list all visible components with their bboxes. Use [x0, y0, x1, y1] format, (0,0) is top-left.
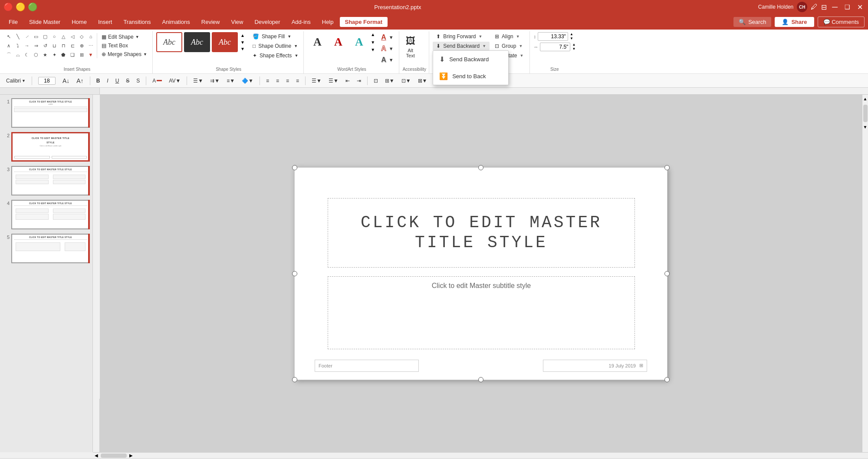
menu-view[interactable]: View	[226, 17, 248, 27]
menu-help[interactable]: Help	[317, 17, 339, 27]
indent-right-button[interactable]: ⇥	[354, 77, 364, 85]
scroll-down-arrow[interactable]: ▼	[861, 123, 868, 131]
shape-t2[interactable]: ⌓	[13, 50, 22, 59]
wordart-a1[interactable]: A	[307, 32, 327, 52]
menu-home[interactable]: Home	[66, 17, 92, 27]
menu-review[interactable]: Review	[196, 17, 225, 27]
minimize-button[interactable]: ─	[830, 3, 839, 12]
rect-tool[interactable]: ▭	[32, 32, 40, 41]
shape-s8[interactable]: ⊏	[68, 41, 77, 50]
ribbon-toggle-icon[interactable]: ⊟	[821, 3, 827, 11]
selection-handle-bm[interactable]	[478, 377, 483, 382]
selection-button[interactable]: ⊞▼	[382, 77, 397, 85]
height-spinner[interactable]: ▲ ▼	[570, 32, 573, 40]
menu-developer[interactable]: Developer	[249, 17, 285, 27]
styles-scroll-down[interactable]: ▼	[240, 39, 246, 46]
search-box[interactable]: 🔍 Search	[733, 17, 771, 27]
styles-scroll-up[interactable]: ▲	[240, 32, 246, 39]
shape-t7[interactable]: ⬟	[59, 50, 68, 59]
selection-handle-mr[interactable]	[664, 271, 670, 276]
shape-fill-button[interactable]: 🪣 Shape Fill ▼	[250, 32, 301, 41]
bring-forward-button[interactable]: ⬆ Bring Forward ▼	[433, 32, 490, 41]
send-to-back-item[interactable]: ⏬ Send to Back	[433, 68, 508, 85]
send-backward-button[interactable]: ⬇ Send Backward ▼ ⬇ Send Backward ⏬ Send	[433, 42, 490, 50]
alt-text-button[interactable]: 🖼 Alt Text	[403, 34, 418, 60]
font-size-input[interactable]	[38, 77, 56, 85]
align-center-button[interactable]: ≡	[273, 77, 282, 85]
shape-s1[interactable]: ∧	[4, 41, 13, 50]
wordart-scroll-down[interactable]: ▼	[371, 40, 375, 45]
italic-button[interactable]: I	[104, 77, 111, 85]
scroll-left-arrow[interactable]: ◀	[93, 452, 100, 459]
align-text-button[interactable]: ≡▼	[224, 77, 237, 85]
char-spacing-button[interactable]: AV▼	[166, 77, 183, 85]
text-columns-button[interactable]: ☰▼	[191, 77, 206, 85]
shape-t8[interactable]: ❏	[68, 50, 77, 59]
strikethrough-button[interactable]: S	[123, 77, 132, 85]
shape-more[interactable]: ⌂	[86, 32, 95, 41]
maximize-button[interactable]: ❑	[843, 3, 852, 10]
wordart-more[interactable]: ▼	[371, 47, 375, 52]
menu-add-ins[interactable]: Add-ins	[286, 17, 316, 27]
slide-subtitle-box[interactable]: Click to edit Master subtitle style	[328, 276, 635, 349]
text-direction-button[interactable]: ⇉▼	[207, 77, 222, 85]
height-input[interactable]	[538, 32, 568, 41]
style-sample-1[interactable]: Abc	[156, 32, 182, 52]
shape-s7[interactable]: ⊓	[59, 41, 68, 50]
selection-handle-tm[interactable]	[478, 165, 483, 170]
select-tool[interactable]: ↖	[4, 32, 13, 41]
styles-more[interactable]: ▼	[240, 46, 246, 52]
customize-icon[interactable]: 🖊	[811, 3, 818, 11]
slide-thumb-5[interactable]: 5 CLICK TO EDIT MASTER TITLE STYLE	[2, 233, 91, 264]
shadow-button[interactable]: S	[134, 77, 142, 85]
text-box-ribbon-button[interactable]: ⊡	[371, 77, 381, 85]
rtriangle-tool[interactable]: ◁	[68, 32, 77, 41]
scroll-thumb[interactable]	[863, 105, 868, 122]
shape-outline-button[interactable]: □ Shape Outline ▼	[250, 42, 301, 50]
shape-s2[interactable]: ⤵	[13, 41, 22, 50]
slide-thumb-2[interactable]: 2 CLICK TO EDIT MASTER TITLE STYLE Click…	[2, 131, 91, 162]
font-color-button[interactable]: A	[150, 77, 164, 85]
shape-s3[interactable]: →	[23, 41, 31, 50]
text-outline-button[interactable]: A ▼	[378, 43, 396, 54]
shape-t4[interactable]: ⬡	[32, 50, 40, 59]
avatar[interactable]: CH	[797, 2, 807, 12]
shape-more2[interactable]: ⋯	[86, 41, 95, 50]
menu-transitions[interactable]: Transitions	[118, 17, 156, 27]
selection-handle-br[interactable]	[664, 377, 670, 382]
canvas-area[interactable]: CLICK TO EDIT MASTER TITLE STYLE Click t…	[100, 95, 862, 452]
scroll-h-thumb[interactable]	[101, 453, 127, 458]
slide-thumb-3[interactable]: 3 CLICK TO EDIT MASTER TITLE STYLE	[2, 165, 91, 196]
shape-t6[interactable]: ✦	[50, 50, 59, 59]
underline-button[interactable]: U	[113, 77, 122, 85]
diamond-tool[interactable]: ◇	[77, 32, 86, 41]
shape-t5[interactable]: ★	[41, 50, 49, 59]
footer-left-box[interactable]: Footer	[315, 360, 419, 372]
decrease-font[interactable]: A↓	[60, 76, 72, 85]
selection-handle-tl[interactable]	[292, 165, 297, 170]
menu-insert[interactable]: Insert	[93, 17, 118, 27]
text-box-button[interactable]: ▤ Text Box	[99, 42, 150, 50]
wordart-a3[interactable]: A	[349, 32, 369, 52]
merge-shapes-button[interactable]: ⊕ Merge Shapes ▼	[99, 50, 150, 58]
shape-t9[interactable]: ⊞	[77, 50, 86, 59]
indent-left-button[interactable]: ⇤	[343, 77, 352, 85]
menu-animations[interactable]: Animations	[157, 17, 195, 27]
footer-right-box[interactable]: 19 July 2019 ⊞	[543, 360, 647, 372]
shape-s6[interactable]: ⊔	[50, 41, 59, 50]
text-fill-button[interactable]: A ▼	[378, 32, 396, 43]
shape-s4[interactable]: ⇒	[32, 41, 40, 50]
selection-handle-tr[interactable]	[664, 165, 670, 170]
selection-handle-bl[interactable]	[292, 377, 297, 382]
wordart-a2[interactable]: A	[328, 32, 348, 52]
style-sample-3[interactable]: Abc	[212, 32, 238, 52]
group-format-button[interactable]: ⊠▼	[415, 77, 430, 85]
slide-thumb-1[interactable]: 1 CLICK TO EDIT MASTER TITLE STYLE subti…	[2, 97, 91, 129]
shape-s5[interactable]: ↺	[41, 41, 49, 50]
rounded-rect-tool[interactable]: ▢	[41, 32, 49, 41]
style-sample-2[interactable]: Abc	[184, 32, 210, 52]
triangle-tool[interactable]: △	[59, 32, 68, 41]
align-button[interactable]: ⊞ Align ▼	[491, 32, 527, 41]
edit-shape-button[interactable]: ▦ Edit Shape ▼	[99, 33, 150, 41]
shape-more3[interactable]: ▼	[86, 50, 95, 59]
